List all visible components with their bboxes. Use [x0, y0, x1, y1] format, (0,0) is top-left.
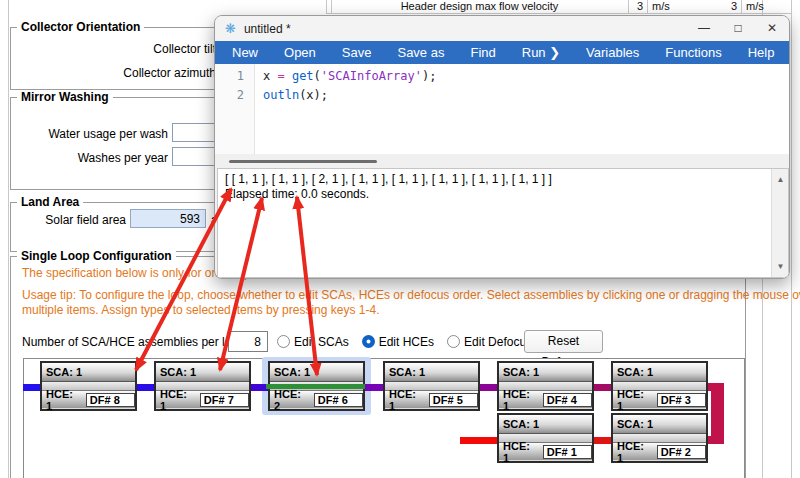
radio-edit-scas[interactable]: Edit SCAs: [277, 335, 349, 349]
assembly-df-3[interactable]: SCA: 1HCE: 1DF# 3: [611, 361, 708, 411]
loop-pipe-segment: [594, 437, 611, 444]
hce-bar[interactable]: HCE: 2DF# 6: [270, 391, 363, 408]
code-editor[interactable]: 12 x = get('SCAInfoArray');outln(x);: [215, 64, 789, 154]
close-window-button[interactable]: ✕: [755, 16, 789, 41]
line-number: 1: [215, 67, 244, 86]
output-scrollbar[interactable]: ▲ ▼: [771, 169, 788, 277]
defocus-order-box[interactable]: DF# 7: [200, 393, 249, 407]
hce-bar[interactable]: HCE: 1DF# 3: [613, 391, 706, 408]
defocus-order-box[interactable]: DF# 5: [429, 393, 478, 407]
menu-item-find[interactable]: Find: [457, 45, 508, 60]
assembly-df-1[interactable]: SCA: 1HCE: 1DF# 1: [497, 413, 594, 463]
assembly-df-4[interactable]: SCA: 1HCE: 1DF# 4: [497, 361, 594, 411]
radio-edit-hces[interactable]: Edit HCEs: [362, 335, 434, 349]
assembly-df-2[interactable]: SCA: 1HCE: 1DF# 2: [611, 413, 708, 463]
sca-bar[interactable]: SCA: 1: [156, 363, 249, 382]
output-elapsed-text: Elapsed time: 0.0 seconds.: [225, 187, 766, 202]
sca-bar[interactable]: SCA: 1: [613, 415, 706, 434]
group-title: Collector Orientation: [17, 20, 144, 34]
scroll-up-icon[interactable]: ▲: [772, 172, 789, 187]
hce-label: HCE: 1: [617, 388, 651, 412]
scroll-down-icon[interactable]: ▼: [772, 259, 789, 274]
sca-bar[interactable]: SCA: 1: [42, 363, 135, 382]
menu-item-run[interactable]: Run ❯: [509, 45, 573, 60]
radio-label: Edit SCAs: [294, 335, 349, 349]
usage-tip-line2: multiple items. Assign types to selected…: [22, 303, 380, 317]
defocus-order-box[interactable]: DF# 4: [543, 393, 592, 407]
hce-bar[interactable]: HCE: 1DF# 5: [385, 391, 478, 408]
radio-label: Edit HCEs: [379, 335, 434, 349]
menu-item-save[interactable]: Save: [329, 45, 385, 60]
code-token: (: [314, 69, 321, 83]
loop-pipe-segment: [480, 384, 497, 391]
sca-bar[interactable]: SCA: 1: [499, 363, 592, 382]
script-editor-window: ❋ untitled * — □ ✕ NewOpenSaveSave asFin…: [214, 15, 790, 279]
hce-label: HCE: 1: [160, 388, 194, 412]
radio-circle-icon[interactable]: [277, 335, 290, 348]
usage-tip-line1: Usage tip: To configure the loop, choose…: [22, 288, 800, 302]
code-token: 'SCAInfoArray': [321, 69, 422, 83]
edit-mode-radio-group: Edit SCAsEdit HCEsEdit Defocus Order: [277, 331, 566, 352]
washes-per-year-label: Washes per year: [78, 151, 168, 165]
table-separator: [741, 0, 742, 13]
hce-bar[interactable]: HCE: 1DF# 1: [499, 443, 592, 460]
loop-pipe-segment: [365, 384, 383, 391]
menu-item-new[interactable]: New: [219, 45, 271, 60]
line-number: 2: [215, 86, 244, 105]
defocus-order-box[interactable]: DF# 1: [543, 445, 592, 459]
table-separator: [647, 0, 648, 13]
hce-label: HCE: 1: [503, 388, 537, 412]
loop-pipe-segment: [23, 384, 40, 391]
assembly-df-8[interactable]: SCA: 1HCE: 1DF# 8: [40, 361, 137, 411]
maximize-button[interactable]: □: [721, 16, 755, 41]
hce-label: HCE: 1: [389, 388, 423, 412]
splitter-grip[interactable]: [229, 160, 377, 163]
radio-circle-icon[interactable]: [362, 335, 375, 348]
table-row-label: Header design max flow velocity: [331, 0, 628, 13]
window-title: untitled *: [244, 22, 291, 36]
table-row-border: [326, 13, 791, 14]
window-titlebar[interactable]: ❋ untitled * — □ ✕: [215, 16, 789, 41]
radio-circle-icon[interactable]: [447, 335, 460, 348]
loop-pipe-segment: [460, 437, 497, 444]
sca-bar[interactable]: SCA: 1: [499, 415, 592, 434]
defocus-order-box[interactable]: DF# 3: [657, 393, 706, 407]
menu-item-save-as[interactable]: Save as: [384, 45, 457, 60]
reset-defocus-button[interactable]: Reset Defocus: [524, 330, 603, 353]
menu-item-functions[interactable]: Functions: [652, 45, 734, 60]
editor-output-splitter[interactable]: [215, 154, 789, 168]
group-title: Mirror Washing: [17, 90, 113, 104]
group-title: Single Loop Configuration: [17, 249, 176, 263]
hce-bar[interactable]: HCE: 1DF# 2: [613, 443, 706, 460]
assembly-df-7[interactable]: SCA: 1HCE: 1DF# 7: [154, 361, 251, 411]
sca-bar[interactable]: SCA: 1: [385, 363, 478, 382]
sca-bar[interactable]: SCA: 1: [270, 363, 363, 382]
code-token: get: [292, 69, 314, 83]
hce-bar[interactable]: HCE: 1DF# 7: [156, 391, 249, 408]
assemblies-per-loop-label: Number of SCA/HCE assemblies per loop: [22, 335, 245, 349]
code-text[interactable]: x = get('SCAInfoArray');outln(x);: [255, 64, 789, 154]
sca-bar[interactable]: SCA: 1: [613, 363, 706, 382]
table-value: 3: [695, 0, 737, 13]
solar-field-area-input[interactable]: 593: [130, 209, 206, 228]
hce-bar[interactable]: HCE: 1DF# 8: [42, 391, 135, 408]
output-array-text: [ [ 1, 1 ], [ 1, 1 ], [ 2, 1 ], [ 1, 1 ]…: [225, 172, 766, 187]
menu-item-help[interactable]: Help: [735, 45, 788, 60]
table-value: 3: [600, 0, 643, 13]
line-number-gutter: 12: [215, 64, 255, 154]
loop-pipe-segment: [594, 384, 611, 391]
code-token: x: [263, 69, 277, 83]
panel-left-border: [8, 0, 9, 478]
menu-item-open[interactable]: Open: [271, 45, 329, 60]
assemblies-per-loop-input[interactable]: 8: [228, 331, 268, 352]
defocus-order-box[interactable]: DF# 2: [657, 445, 706, 459]
collector-azimuth-label: Collector azimuth: [123, 66, 216, 80]
loop-pipe-segment: [137, 384, 154, 391]
menu-item-variables[interactable]: Variables: [573, 45, 652, 60]
minimize-button[interactable]: —: [687, 16, 721, 41]
assembly-df-5[interactable]: SCA: 1HCE: 1DF# 5: [383, 361, 480, 411]
menu-item-close[interactable]: Close: [787, 45, 790, 60]
hce-bar[interactable]: HCE: 1DF# 4: [499, 391, 592, 408]
defocus-order-box[interactable]: DF# 6: [314, 393, 363, 407]
defocus-order-box[interactable]: DF# 8: [86, 393, 135, 407]
